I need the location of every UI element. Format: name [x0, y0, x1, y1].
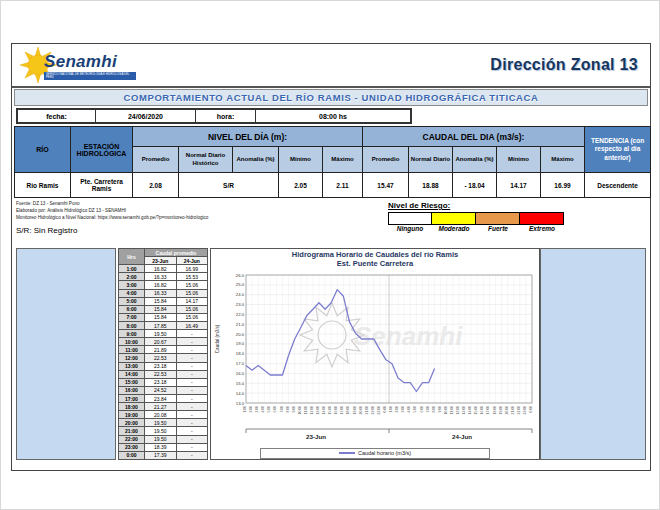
hourly-hour-cell: 10:00 — [119, 338, 145, 346]
subcol-nivel-maximo: Máximo — [323, 147, 363, 173]
svg-text:Caudal (m3/s): Caudal (m3/s) — [215, 324, 220, 353]
risk-swatch-extremo — [520, 212, 564, 225]
hourly-day2-value: - — [176, 386, 208, 394]
logo-text-block: Senamhi SERVICIO NACIONAL DE METEOROLOGÍ… — [44, 52, 136, 80]
hourly-hour-cell: 8:00 — [119, 321, 145, 329]
hourly-row: 10:0020.67- — [119, 338, 208, 346]
chart-title: Hidrograma Horario de Caudales del río R… — [212, 250, 538, 269]
footnotes: Fuente: DZ 13 - Senamhi Puno Elaborado p… — [16, 201, 388, 246]
hourly-day1-value: 22.53 — [145, 354, 177, 362]
footnote-monitoreo-link[interactable]: Monitoreo Hidrológico a Nivel Nacional: … — [16, 215, 388, 222]
svg-text:21:00: 21:00 — [365, 406, 369, 415]
svg-text:18:00: 18:00 — [493, 406, 497, 415]
hourly-hour-cell: 11:00 — [119, 346, 145, 354]
notes-risk-row: Fuente: DZ 13 - Senamhi Puno Elaborado p… — [12, 198, 650, 246]
group-header-nivel: NIVEL DEL DÍA (m): — [133, 127, 363, 147]
cell-nivel-maximo: 2.11 — [323, 173, 363, 198]
chart-title-line1: Hidrograma Horario de Caudales del río R… — [212, 250, 538, 259]
hourly-hour-cell: 15:00 — [119, 378, 145, 386]
hourly-day2-value: 15.06 — [176, 313, 208, 321]
hourly-day1-value: 18.39 — [145, 443, 177, 451]
hourly-hour-cell: 17:00 — [119, 394, 145, 402]
subcol-caudal-minimo: Mínimo — [497, 147, 541, 173]
report-page: { "header": { "logo_text": "Senamhi", "l… — [0, 0, 660, 510]
svg-text:23-Jun: 23-Jun — [306, 433, 326, 440]
hourly-row: 8:0017.8516.49 — [119, 321, 208, 329]
cell-tendencia: Descendente — [585, 173, 651, 198]
hourly-day2-value: - — [176, 403, 208, 411]
hourly-row: 5:0015.8414.17 — [119, 297, 208, 305]
hourly-day2-value: - — [176, 443, 208, 451]
cell-rio: Río Ramis — [15, 173, 71, 198]
subcol-caudal-normal: Normal Diario — [409, 147, 453, 173]
hourly-row: 20:0019.50- — [119, 419, 208, 427]
hourly-day1-value: 17.39 — [145, 451, 177, 459]
footnote-sin-registro: S/R: Sin Registro — [16, 225, 388, 237]
svg-text:8:00: 8:00 — [286, 406, 290, 413]
svg-text:12:00: 12:00 — [310, 406, 314, 415]
hourly-hour-cell: 12:00 — [119, 354, 145, 362]
hourly-day1-value: 16.82 — [145, 265, 177, 273]
svg-text:4:00: 4:00 — [407, 406, 411, 413]
hourly-hour-cell: 5:00 — [119, 297, 145, 305]
svg-text:19:00: 19:00 — [353, 406, 357, 415]
hourly-hour-cell: 14:00 — [119, 370, 145, 378]
hourly-day2-value: 15.06 — [176, 289, 208, 297]
hourly-day1-value: 19.50 — [145, 330, 177, 338]
senamhi-logo: Senamhi SERVICIO NACIONAL DE METEOROLOGÍ… — [18, 45, 136, 85]
hourly-hour-cell: 9:00 — [119, 330, 145, 338]
hourly-hour-cell: 6:00 — [119, 305, 145, 313]
subcol-nivel-normal: Normal Diario Histórico — [179, 147, 233, 173]
hourly-row: 11:0021.89- — [119, 346, 208, 354]
date-time-row: fecha: 24/06/2020 hora: 08:00 hs — [16, 108, 412, 124]
hourly-hour-cell: 1:00 — [119, 265, 145, 273]
svg-text:20:00: 20:00 — [505, 406, 509, 415]
footnote-elaborado: Elaborado por: Análisis Hidrológico DZ 1… — [16, 208, 388, 215]
svg-text:16:00: 16:00 — [334, 406, 338, 415]
hourly-day2-value: - — [176, 338, 208, 346]
svg-text:13:00: 13:00 — [462, 406, 466, 415]
svg-text:6:00: 6:00 — [420, 406, 424, 413]
zone-title: Dirección Zonal 13 — [490, 56, 644, 74]
svg-text:2:00: 2:00 — [395, 406, 399, 413]
hourly-row: 7:0015.8415.06 — [119, 313, 208, 321]
hourly-hour-cell: 22:00 — [119, 435, 145, 443]
cell-caudal-promedio: 15.47 — [363, 173, 409, 198]
hourly-day2-value: - — [176, 346, 208, 354]
bottom-section: Hrs Caudal promedio 23-Jun 24-Jun 1:0016… — [16, 248, 646, 460]
svg-text:5:00: 5:00 — [413, 406, 417, 413]
hourly-day1-value: 16.33 — [145, 289, 177, 297]
svg-text:10:00: 10:00 — [298, 406, 302, 415]
svg-text:18.0: 18.0 — [236, 351, 245, 356]
hourly-hour-cell: 4:00 — [119, 289, 145, 297]
cell-nivel-promedio: 2.08 — [133, 173, 179, 198]
risk-level-names: Ninguno Moderado Fuerte Extremo — [388, 225, 568, 232]
hourly-day1-value: 21.89 — [145, 346, 177, 354]
cell-estacion: Pte. Carretera Ramis — [71, 173, 133, 198]
hora-value: 08:00 hs — [256, 110, 410, 122]
hourly-row: 21:0019.50- — [119, 427, 208, 435]
svg-text:5:00: 5:00 — [267, 406, 271, 413]
fecha-value: 24/06/2020 — [96, 110, 196, 122]
summary-table: RÍO ESTACIÓN HIDROLÓGICA NIVEL DEL DÍA (… — [14, 126, 651, 198]
hourly-day2-value: - — [176, 427, 208, 435]
hourly-hour-cell: 13:00 — [119, 362, 145, 370]
subcol-nivel-minimo: Mínimo — [279, 147, 323, 173]
hourly-day1-value: 16.33 — [145, 273, 177, 281]
hourly-day2-value: - — [176, 370, 208, 378]
hourly-row: 14:0022.53- — [119, 370, 208, 378]
svg-text:9:00: 9:00 — [292, 406, 296, 413]
chart-title-line2: Est. Puente Carretera — [212, 259, 538, 268]
logo-wordmark: Senamhi — [44, 52, 136, 72]
hourly-row: 16:0024.52- — [119, 386, 208, 394]
svg-text:1:00: 1:00 — [389, 406, 393, 413]
hourly-row: 17:0023.84- — [119, 394, 208, 402]
risk-name-ninguno: Ninguno — [388, 225, 432, 232]
svg-text:23.0: 23.0 — [236, 302, 245, 307]
svg-text:11:00: 11:00 — [304, 406, 308, 414]
group-header-caudal: CAUDAL DEL DIA (m3/s): — [363, 127, 585, 147]
hourly-day2-value: - — [176, 451, 208, 459]
svg-text:15.0: 15.0 — [236, 381, 245, 386]
hourly-row: 23:0018.39- — [119, 443, 208, 451]
cell-caudal-maximo: 16.99 — [541, 173, 585, 198]
